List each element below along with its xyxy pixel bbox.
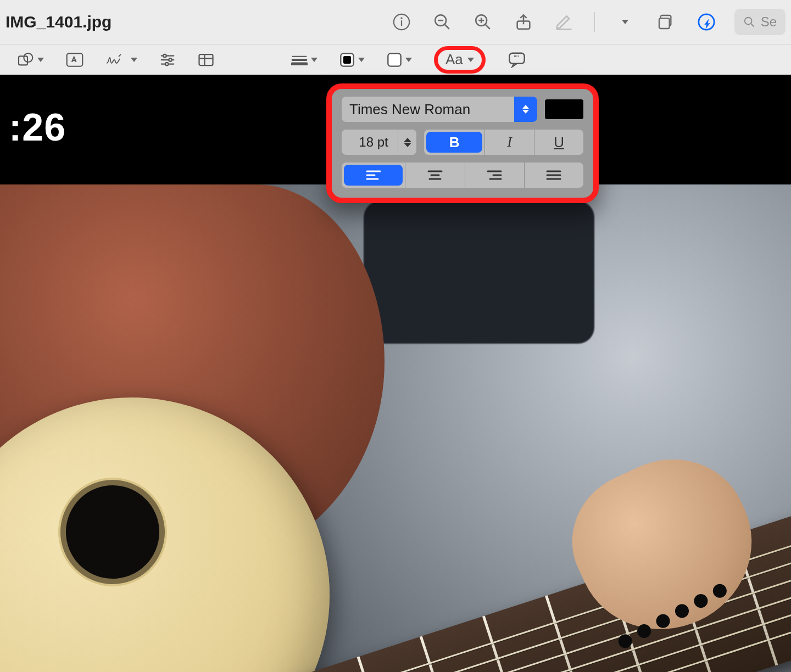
svg-line-4 xyxy=(444,24,449,29)
search-icon xyxy=(743,16,755,28)
font-size-stepper[interactable] xyxy=(398,130,416,155)
text-color-swatch[interactable] xyxy=(545,99,583,119)
text-style-menu[interactable]: Aa xyxy=(434,46,486,74)
search-placeholder: Se xyxy=(761,14,777,30)
underline-button[interactable]: U xyxy=(534,130,583,155)
chevron-down-icon xyxy=(131,58,137,62)
shapes-menu[interactable] xyxy=(16,50,44,70)
chevron-down-icon xyxy=(37,58,44,62)
align-center-button[interactable] xyxy=(405,163,464,188)
svg-point-18 xyxy=(24,53,32,62)
text-style-label: Aa xyxy=(445,51,463,68)
svg-point-2 xyxy=(400,17,402,19)
photo-background-object xyxy=(364,201,594,344)
fill-color-menu[interactable] xyxy=(387,50,412,70)
markup-toolbar: Aa "" xyxy=(0,44,791,75)
title-bar: IMG_1401.jpg Se xyxy=(0,0,791,44)
window-mode-button[interactable] xyxy=(653,9,678,35)
timestamp-overlay: :26 xyxy=(9,105,66,149)
text-style-popover: Times New Roman 18 pt B I U xyxy=(326,83,599,203)
chevron-down-icon xyxy=(405,58,412,62)
file-title: IMG_1401.jpg xyxy=(5,13,112,31)
align-justify-button[interactable] xyxy=(525,163,583,188)
align-left-button[interactable] xyxy=(344,165,403,186)
zoom-in-button[interactable] xyxy=(470,9,495,35)
image-canvas[interactable] xyxy=(0,184,791,672)
svg-rect-17 xyxy=(19,56,27,65)
svg-rect-13 xyxy=(659,18,670,29)
select-handle-icon xyxy=(514,97,537,122)
italic-button[interactable]: I xyxy=(485,130,534,155)
font-family-value: Times New Roman xyxy=(349,101,514,118)
adjust-color-button[interactable] xyxy=(159,50,176,70)
svg-rect-33 xyxy=(343,56,351,64)
markup-mode-button[interactable] xyxy=(694,9,719,35)
svg-line-16 xyxy=(750,24,754,27)
toolbar-divider xyxy=(594,12,595,32)
bold-button[interactable]: B xyxy=(426,132,482,153)
stroke-weight-menu[interactable] xyxy=(291,50,317,70)
align-right-button[interactable] xyxy=(465,163,524,188)
chevron-down-icon xyxy=(358,58,365,62)
share-button[interactable] xyxy=(511,9,536,35)
markup-toggle-button[interactable] xyxy=(552,9,577,35)
annotation-button[interactable]: "" xyxy=(508,50,526,70)
svg-point-25 xyxy=(165,62,169,65)
title-actions: Se xyxy=(389,9,786,35)
font-style-segmented: B I U xyxy=(424,130,583,155)
svg-point-15 xyxy=(744,18,751,25)
chevron-down-icon xyxy=(622,20,628,24)
stroke-color-menu[interactable] xyxy=(339,50,365,70)
zoom-out-button[interactable] xyxy=(430,9,455,35)
svg-line-7 xyxy=(485,24,490,29)
text-box-button[interactable] xyxy=(66,50,83,70)
svg-point-21 xyxy=(163,54,166,57)
svg-rect-34 xyxy=(388,53,400,66)
sign-menu[interactable] xyxy=(105,50,137,70)
chevron-down-icon xyxy=(311,58,317,62)
info-button[interactable] xyxy=(389,9,414,35)
chevron-down-icon xyxy=(467,58,474,62)
font-size-value: 18 pt xyxy=(349,135,398,150)
font-family-select[interactable]: Times New Roman xyxy=(342,97,537,122)
alignment-segmented xyxy=(342,163,583,188)
more-button[interactable] xyxy=(612,9,638,35)
crop-button[interactable] xyxy=(198,50,214,70)
svg-rect-26 xyxy=(199,54,213,65)
svg-text:"": "" xyxy=(514,54,519,62)
search-field[interactable]: Se xyxy=(734,9,786,35)
svg-point-23 xyxy=(169,58,172,61)
font-size-field[interactable]: 18 pt xyxy=(342,130,416,155)
